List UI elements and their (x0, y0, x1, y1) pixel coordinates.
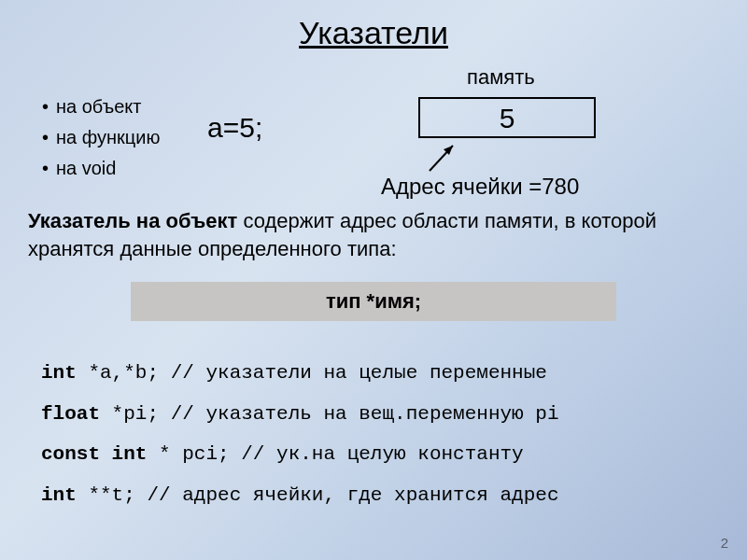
code-keyword: int (41, 484, 77, 506)
list-item: на объект (42, 91, 160, 122)
memory-label: память (467, 65, 535, 90)
code-line: float *pi; // указатель на вещ.переменну… (41, 394, 559, 435)
list-item: на функцию (42, 122, 160, 153)
page-number: 2 (721, 535, 728, 551)
code-block: int *a,*b; // указатели на целые перемен… (41, 353, 559, 516)
code-keyword: const int (41, 443, 147, 465)
code-decl: *a,*b; (77, 362, 159, 384)
code-decl: * pci; (147, 443, 229, 465)
code-line: int *a,*b; // указатели на целые перемен… (41, 353, 559, 394)
syntax-bar: тип *имя; (131, 282, 616, 321)
code-decl: *pi; (100, 403, 159, 425)
definition-text: Указатель на объект содержит адрес облас… (28, 207, 719, 262)
code-line: int **t; // адрес ячейки, где хранится а… (41, 475, 559, 516)
syntax-text: тип *имя; (326, 289, 421, 313)
code-comment: // адрес ячейки, где хранится адрес (135, 484, 559, 506)
memory-cell: 5 (418, 97, 596, 138)
code-comment: // указатель на вещ.переменную pi (159, 403, 558, 425)
bullet-list: на объект на функцию на void (42, 91, 160, 184)
definition-lead: Указатель на объект (28, 209, 237, 232)
list-item: на void (42, 153, 160, 184)
code-decl: **t; (77, 484, 135, 506)
code-comment: // указатели на целые переменные (159, 362, 547, 384)
assignment-code: a=5; (207, 112, 262, 144)
code-comment: // ук.на целую константу (230, 443, 524, 465)
code-keyword: int (41, 362, 77, 384)
cell-address-label: Адрес ячейки =780 (381, 174, 579, 200)
code-keyword: float (41, 403, 100, 425)
slide-title: Указатели (0, 0, 747, 51)
arrow-icon (425, 138, 462, 175)
code-line: const int * pci; // ук.на целую констант… (41, 434, 559, 475)
